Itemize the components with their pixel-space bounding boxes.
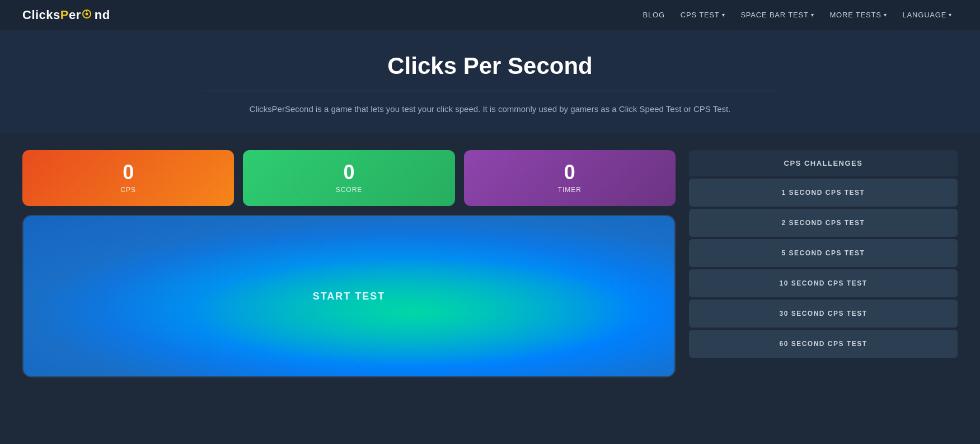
- score-card: 0 Score: [243, 150, 454, 206]
- timer-card: 0 Timer: [464, 150, 676, 206]
- svg-point-1: [85, 12, 88, 15]
- hero-description: ClicksPerSecond is a game that lets you …: [250, 102, 731, 116]
- chevron-down-icon: ▾: [722, 12, 725, 18]
- navbar: ClicksPernd BLOG CPS TEST ▾ SPACE BAR TE…: [0, 0, 980, 30]
- score-label: Score: [336, 186, 363, 194]
- challenge-item[interactable]: 5 SECOND CPS TEST: [689, 239, 958, 267]
- challenge-item[interactable]: 1 SECOND CPS TEST: [689, 179, 958, 207]
- blog-link[interactable]: BLOG: [637, 7, 670, 22]
- main-content: 0 CPS 0 Score 0 Timer START TEST CPS CHA…: [0, 133, 980, 394]
- timer-label: Timer: [558, 186, 582, 194]
- nav-more-tests[interactable]: MORE TESTS ▾: [824, 7, 892, 22]
- challenge-item[interactable]: 60 SECOND CPS TEST: [689, 330, 958, 358]
- page-title: Clicks Per Second: [11, 53, 969, 80]
- nav-blog[interactable]: BLOG: [637, 7, 670, 22]
- cps-card: 0 CPS: [22, 150, 234, 206]
- click-area[interactable]: START TEST: [22, 215, 676, 377]
- chevron-down-icon: ▾: [811, 12, 814, 18]
- challenge-item[interactable]: 2 SECOND CPS TEST: [689, 209, 958, 237]
- more-tests-link[interactable]: MORE TESTS ▾: [824, 7, 892, 22]
- left-panel: 0 CPS 0 Score 0 Timer START TEST: [22, 150, 676, 377]
- timer-value: 0: [564, 162, 575, 183]
- language-link[interactable]: LANGUAGE ▾: [897, 7, 958, 22]
- hero-divider: [203, 91, 777, 91]
- chevron-down-icon: ▾: [884, 12, 887, 18]
- logo-text: ClicksPernd: [22, 8, 110, 22]
- logo[interactable]: ClicksPernd: [22, 8, 110, 22]
- cps-value: 0: [123, 162, 134, 183]
- challenge-item[interactable]: 10 SECOND CPS TEST: [689, 269, 958, 297]
- hero-section: Clicks Per Second ClicksPerSecond is a g…: [0, 30, 980, 133]
- nav-links: BLOG CPS TEST ▾ SPACE BAR TEST ▾ MORE TE…: [637, 7, 958, 22]
- chevron-down-icon: ▾: [949, 12, 952, 18]
- challenge-item[interactable]: 30 SECOND CPS TEST: [689, 300, 958, 328]
- nav-cps-test[interactable]: CPS TEST ▾: [675, 7, 731, 22]
- space-bar-test-link[interactable]: SPACE BAR TEST ▾: [735, 7, 819, 22]
- challenges-list: 1 SECOND CPS TEST2 SECOND CPS TEST5 SECO…: [689, 179, 958, 358]
- stats-row: 0 CPS 0 Score 0 Timer: [22, 150, 676, 206]
- nav-space-bar-test[interactable]: SPACE BAR TEST ▾: [735, 7, 819, 22]
- right-panel: CPS CHALLENGES 1 SECOND CPS TEST2 SECOND…: [689, 150, 958, 377]
- nav-language[interactable]: LANGUAGE ▾: [897, 7, 958, 22]
- challenges-header: CPS CHALLENGES: [689, 150, 958, 176]
- start-test-label: START TEST: [313, 291, 386, 302]
- cps-test-link[interactable]: CPS TEST ▾: [675, 7, 731, 22]
- score-value: 0: [343, 162, 354, 183]
- cps-label: CPS: [120, 186, 136, 194]
